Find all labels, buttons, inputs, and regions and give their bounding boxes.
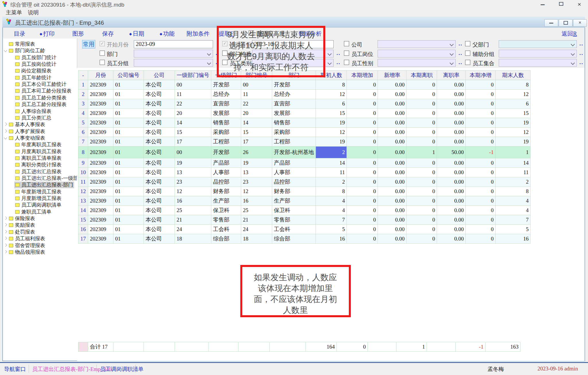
table-cell[interactable]: 销售部 <box>272 118 316 128</box>
filter-checkbox-部门[interactable] <box>100 51 105 56</box>
tree-collapsed-icon[interactable] <box>4 230 7 233</box>
table-cell[interactable]: 0 <box>407 206 437 215</box>
table-cell[interactable]: 18 <box>241 234 272 244</box>
column-header-期末人数[interactable]: 期末人数 <box>496 71 531 80</box>
table-cell[interactable]: 01 <box>113 128 144 137</box>
table-cell[interactable]: 0.00 <box>437 225 466 234</box>
column-header-月份[interactable]: 月份 <box>88 71 113 80</box>
table-cell[interactable]: 19 <box>496 118 531 128</box>
toolbar-link-0[interactable]: 目录 <box>14 30 25 38</box>
table-cell[interactable]: 0 <box>347 177 378 187</box>
autofit-height-checkbox[interactable]: ✓ <box>249 30 254 36</box>
statusbar-tab-2[interactable]: 员工调岗调职清单 <box>100 366 144 373</box>
filter-dropdown-员工分组[interactable] <box>134 59 213 67</box>
filter-dropdown-部门[interactable] <box>134 50 213 57</box>
table-cell[interactable]: 4 <box>496 206 531 215</box>
tree-collapsed-icon[interactable] <box>4 129 7 132</box>
filter-checkbox-员工性别[interactable] <box>344 60 349 65</box>
table-cell[interactable]: 销售部 <box>211 118 241 128</box>
table-cell[interactable]: 0.00 <box>378 196 407 206</box>
table-cell[interactable]: 人事部 <box>272 168 316 177</box>
filter-input-开始月份[interactable]: 2023-09 <box>134 40 213 48</box>
table-cell[interactable]: 综合部 <box>272 234 316 244</box>
filter-checkbox-部门性质[interactable] <box>222 51 227 56</box>
table-cell[interactable]: 202309 <box>88 187 113 196</box>
tree-item-0[interactable]: 常用报表 <box>3 41 77 47</box>
table-cell[interactable]: 15 <box>175 128 211 137</box>
table-cell[interactable]: 12 <box>316 128 347 137</box>
table-cell[interactable]: 2 <box>316 177 347 187</box>
table-cell[interactable]: 22 <box>175 99 211 109</box>
table-cell[interactable]: 202309 <box>88 225 113 234</box>
table-cell[interactable]: 采购部 <box>272 128 316 137</box>
table-cell[interactable]: 0 <box>466 80 496 90</box>
table-cell[interactable]: 15 <box>496 109 531 118</box>
table-cell[interactable]: -1 <box>466 147 496 158</box>
filter-dropdown-员工类别[interactable] <box>252 59 334 67</box>
table-cell[interactable]: 0 <box>347 234 378 244</box>
table-cell[interactable]: 202309 <box>88 177 113 187</box>
toolbar-link-2[interactable]: 图形 <box>72 30 84 38</box>
tree-collapsed-icon[interactable] <box>4 216 7 220</box>
tree-item-24[interactable]: 员工调岗调职清单 <box>3 202 77 208</box>
table-cell[interactable]: 零售部 <box>272 215 316 225</box>
table-cell[interactable]: 14 <box>316 158 347 168</box>
menu-item-1[interactable]: 说明 <box>28 9 39 16</box>
table-cell[interactable]: 0 <box>466 168 496 177</box>
tree-collapsed-icon[interactable] <box>4 243 7 247</box>
tree-expanded-icon[interactable] <box>4 136 7 139</box>
table-cell[interactable]: 0 <box>466 215 496 225</box>
table-cell[interactable]: 202309 <box>88 196 113 206</box>
tree-item-1[interactable]: 部门岗位工龄 <box>3 47 77 54</box>
table-cell[interactable]: 01 <box>113 168 144 177</box>
table-cell[interactable]: 19 <box>316 118 347 128</box>
report-restore-button[interactable] <box>559 19 572 27</box>
tree-item-18[interactable]: 离职分类统计报表 <box>3 161 77 168</box>
table-cell[interactable]: 202309 <box>88 99 113 109</box>
table-cell[interactable]: 0 <box>347 158 378 168</box>
toolbar-link-5[interactable]: ◆功能 <box>160 30 175 38</box>
tree-item-9[interactable]: 员工总工龄分段报表 <box>3 101 77 108</box>
table-cell[interactable]: 本公司 <box>144 196 175 206</box>
table-cell[interactable]: 本公司 <box>144 168 175 177</box>
table-cell[interactable]: 0 <box>407 158 437 168</box>
table-cell[interactable]: 21 <box>175 215 211 225</box>
table-cell[interactable]: 0 <box>347 206 378 215</box>
table-cell[interactable]: 14 <box>241 118 272 128</box>
row-number-cell[interactable]: 2 <box>78 90 88 99</box>
table-cell[interactable]: 0.00 <box>437 234 466 244</box>
table-cell[interactable]: 0 <box>407 118 437 128</box>
table-cell[interactable]: 本公司 <box>144 177 175 187</box>
row-number-cell[interactable]: 6 <box>78 128 88 137</box>
table-cell[interactable]: 0 <box>407 187 437 196</box>
row-number-cell[interactable]: 3 <box>78 99 88 109</box>
table-cell[interactable]: 01 <box>113 118 144 128</box>
table-cell[interactable]: 保卫科 <box>211 206 241 215</box>
table-cell[interactable]: 202309 <box>88 109 113 118</box>
table-cell[interactable]: 本公司 <box>144 90 175 99</box>
table-cell[interactable]: 5 <box>496 225 531 234</box>
column-header-一级部门编号[interactable]: 一级部门编号 <box>175 71 211 80</box>
table-cell[interactable]: 17 <box>241 137 272 147</box>
app-maximize-button[interactable] <box>553 1 569 8</box>
table-cell[interactable]: 0 <box>407 128 437 137</box>
filter-dropdown-公司[interactable] <box>378 40 456 48</box>
tree-item-4[interactable]: 岗位定额报表 <box>3 68 77 74</box>
column-header-本期净增[interactable]: 本期净增 <box>466 71 496 80</box>
table-cell[interactable]: 本公司 <box>144 128 175 137</box>
table-cell[interactable]: 本公司 <box>144 147 175 158</box>
tree-item-28[interactable]: 处罚报表 <box>3 229 77 235</box>
table-cell[interactable]: 0.00 <box>378 168 407 177</box>
table-cell[interactable]: 11 <box>316 168 347 177</box>
filter-dropdown-员工性别[interactable] <box>378 59 456 67</box>
filter-checkbox-开始月份[interactable]: ✓ <box>100 41 105 46</box>
tree-item-22[interactable]: 年度新增员工报表 <box>3 189 77 195</box>
table-cell[interactable]: 0 <box>407 137 437 147</box>
table-cell[interactable]: 本公司 <box>144 215 175 225</box>
table-cell[interactable]: 0 <box>466 118 496 128</box>
table-cell[interactable]: 0.00 <box>378 177 407 187</box>
table-cell[interactable]: 财务部 <box>211 187 241 196</box>
table-cell[interactable]: 0.00 <box>437 99 466 109</box>
filter-dropdown-父部门[interactable] <box>499 40 577 48</box>
table-cell[interactable]: 本公司 <box>144 187 175 196</box>
